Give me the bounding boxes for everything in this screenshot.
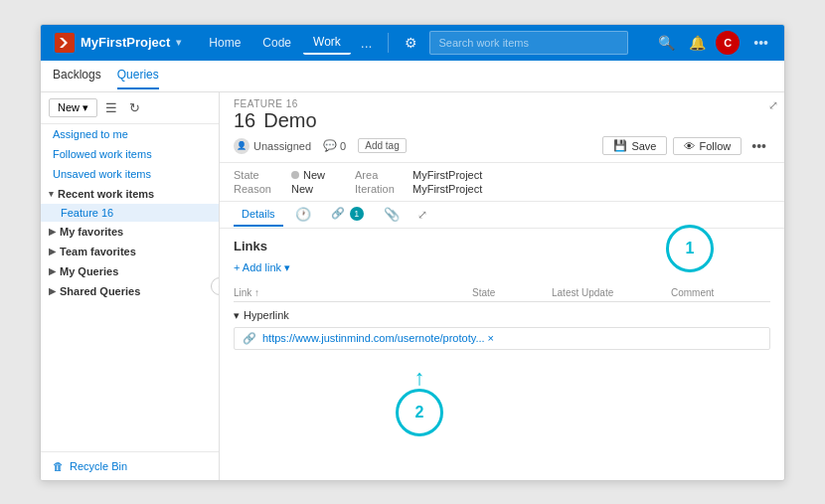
settings-icon[interactable]: ⚙ [397,31,425,55]
links-count-badge: 1 [350,207,364,221]
nav-more[interactable]: ... [353,31,381,55]
state-value[interactable]: New [291,169,325,181]
tab-queries[interactable]: Queries [117,62,159,89]
nav-home[interactable]: Home [199,32,250,54]
reason-label: Reason [234,183,283,195]
work-item-title[interactable]: Demo [263,109,316,132]
content-panel: FEATURE 16 16 Demo 👤 Unassigned 💬 0 [220,92,784,480]
follow-button[interactable]: 👁 Follow [673,137,742,155]
col-latest-update: Latest Update [552,287,671,298]
nav-divider [388,33,389,53]
iteration-label: Iteration [355,183,405,195]
tab-links[interactable]: 🔗 1 [323,202,372,228]
notification-icon[interactable]: 🔔 [685,33,710,53]
links-table-header: Link ↑ State Latest Update Comment [234,284,770,302]
hyperlink-row: 🔗 https://www.justinmind.com/usernote/pr… [234,327,770,350]
add-tag-button[interactable]: Add tag [358,138,406,153]
feature-label: FEATURE 16 [234,98,770,109]
detail-tabs: Details 🕐 🔗 1 📎 ⤢ [220,202,784,229]
sidebar-unsaved-work-items[interactable]: Unsaved work items [41,164,219,184]
fields-row: State New Reason New [220,163,784,202]
work-item-number: 16 [234,109,255,132]
sidebar-followed-work-items[interactable]: Followed work items [41,144,219,164]
sidebar-my-favorites[interactable]: ▶ My favorites [41,222,219,242]
sidebar-shared-queries[interactable]: ▶ Shared Queries [41,281,219,301]
work-item-header: FEATURE 16 16 Demo 👤 Unassigned 💬 0 [220,92,784,163]
add-link-button[interactable]: + Add link ▾ [234,261,770,274]
reason-field: Reason New [234,183,325,195]
project-chevron: ▾ [176,37,181,48]
sub-nav: Backlogs Queries [41,61,784,92]
recycle-bin-link[interactable]: 🗑 Recycle Bin [53,460,207,472]
tab-backlogs[interactable]: Backlogs [53,62,101,89]
main-layout: New ▾ ☰ ↻ ‹ Assigned to me Followed work… [41,92,784,480]
recycle-bin-icon: 🗑 [53,460,64,472]
sidebar-my-queries[interactable]: ▶ My Queries [41,261,219,281]
sidebar-recent-section[interactable]: ▾ Recent work items [41,184,219,204]
sidebar-item-feature16[interactable]: Feature 16 [41,204,219,222]
iteration-field: Iteration MyFirstProject [355,183,482,195]
hyperlink-url[interactable]: https://www.justinmind.com/usernote/prot… [262,332,761,344]
right-fields: Area MyFirstProject Iteration MyFirstPro… [355,169,482,195]
work-item-meta: 👤 Unassigned 💬 0 Add tag 💾 Save [234,132,770,158]
col-state: State [472,287,552,298]
history-icon[interactable]: 🕐 [291,202,315,227]
state-field: State New [234,169,325,181]
eye-icon: 👁 [684,140,695,152]
comment-count[interactable]: 💬 0 [323,139,346,152]
refresh-icon[interactable]: ↻ [125,98,144,117]
project-name: MyFirstProject [81,35,170,50]
area-label: Area [355,169,405,181]
links-section: Links + Add link ▾ Link ↑ State Latest U… [220,229,784,480]
left-fields: State New Reason New [234,169,325,195]
link-icon: 🔗 [243,332,256,345]
search-input[interactable] [429,31,628,55]
area-value[interactable]: MyFirstProject [412,169,482,181]
fullscreen-button[interactable]: ⤢ [768,98,778,112]
sidebar: New ▾ ☰ ↻ ‹ Assigned to me Followed work… [41,92,220,480]
project-logo[interactable]: MyFirstProject ▾ [49,33,187,53]
state-label: State [234,169,283,181]
link-chain-icon: 🔗 [331,207,345,219]
sidebar-bottom: 🗑 Recycle Bin [41,451,219,480]
attachment-icon[interactable]: 📎 [380,202,404,227]
col-link[interactable]: Link ↑ [234,287,472,298]
nav-code[interactable]: Code [252,32,301,54]
assigned-badge[interactable]: 👤 Unassigned [234,138,311,154]
sidebar-team-favorites[interactable]: ▶ Team favorites [41,242,219,261]
save-icon: 💾 [613,139,627,152]
hyperlink-label: ▾ Hyperlink [234,306,770,325]
recent-section-icon: ▾ [49,189,54,199]
tab-details[interactable]: Details [234,203,283,227]
expand-button[interactable]: ⤢ [412,206,433,224]
sidebar-assigned-to-me[interactable]: Assigned to me [41,124,219,144]
comment-icon: 💬 [323,139,337,152]
links-title: Links [234,239,770,253]
browser-window: MyFirstProject ▾ Home Code Work ... ⚙ 🔍 … [40,24,785,481]
title-row: 16 Demo [234,109,770,132]
nav-right: 🔍 🔔 C ••• [654,31,776,55]
nav-overflow[interactable]: ••• [745,31,776,55]
assigned-icon: 👤 [234,138,249,154]
list-icon[interactable]: ☰ [101,98,121,117]
hyperlink-group: ▾ Hyperlink 🔗 https://www.justinmind.com… [234,306,770,350]
logo-icon [55,33,75,53]
chevron-down-icon: ▾ [234,309,240,322]
col-comment: Comment [671,287,770,298]
avatar[interactable]: C [716,31,740,55]
sidebar-toolbar: New ▾ ☰ ↻ [41,92,219,124]
area-field: Area MyFirstProject [355,169,482,181]
nav-items: Home Code Work ... [199,31,380,55]
more-options-button[interactable]: ••• [747,136,770,156]
reason-value[interactable]: New [291,183,313,195]
iteration-value[interactable]: MyFirstProject [412,183,482,195]
search-icon[interactable]: 🔍 [654,33,679,53]
save-button[interactable]: 💾 Save [602,136,667,155]
nav-work[interactable]: Work [303,31,351,55]
header-actions: 💾 Save 👁 Follow ••• [602,136,770,156]
top-nav: MyFirstProject ▾ Home Code Work ... ⚙ 🔍 … [41,25,784,61]
new-button[interactable]: New ▾ [49,98,97,117]
state-dot [291,171,299,179]
